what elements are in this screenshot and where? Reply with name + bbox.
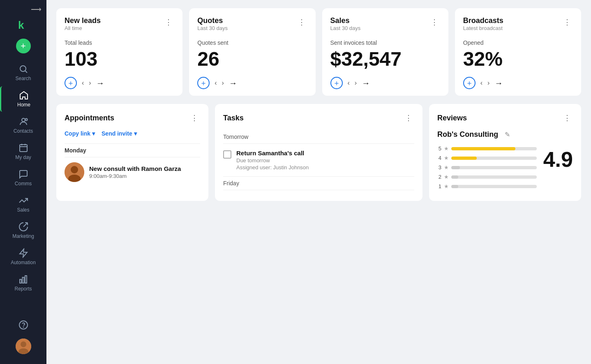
review-bar-fill-3: [451, 166, 460, 169]
review-star-icon-5: ★: [444, 145, 449, 152]
stat-sales-more-button[interactable]: ⋮: [429, 16, 440, 28]
copy-link-chevron-icon: ▾: [92, 130, 95, 137]
stat-broadcasts-prev-button[interactable]: ‹: [480, 79, 482, 87]
svg-rect-6: [20, 145, 27, 152]
sidebar-item-contacts[interactable]: Contacts: [0, 113, 46, 138]
sidebar-item-automation[interactable]: Automation: [0, 244, 46, 270]
svg-rect-11: [20, 279, 21, 283]
send-invite-button[interactable]: Send invite ▾: [102, 130, 137, 137]
stat-quotes-arrow-button[interactable]: →: [229, 78, 237, 88]
sidebar-item-home[interactable]: Home: [0, 86, 46, 112]
appointments-actions: Copy link ▾ Send invite ▾: [65, 130, 200, 137]
stat-quotes-prev-button[interactable]: ‹: [215, 79, 217, 87]
sidebar-nav: Search Home Contacts: [0, 60, 46, 320]
stat-sales-subtitle: Last 30 days: [330, 25, 361, 31]
review-big-score: 4.9: [543, 145, 573, 170]
review-row-5: 5 ★: [437, 145, 537, 152]
reviews-title: Reviews: [437, 114, 467, 122]
stat-leads-title: New leads: [65, 16, 101, 25]
copy-link-label: Copy link: [65, 130, 90, 137]
reviews-bars: 5 ★ 4 ★: [437, 145, 537, 193]
review-bar-bg-2: [451, 175, 537, 179]
stat-quotes-subtitle: Last 30 days: [197, 25, 228, 31]
appointments-more-button[interactable]: ⋮: [189, 112, 200, 124]
sidebar-item-myday[interactable]: My day: [0, 139, 46, 164]
sidebar-item-marketing[interactable]: Marketing: [0, 218, 46, 243]
review-star-num-5: 5: [437, 145, 441, 152]
svg-point-17: [21, 341, 26, 347]
svg-rect-13: [25, 276, 27, 283]
stat-broadcasts-metric-value: 32%: [463, 48, 573, 70]
task-assigned-0: Assigned user: Justin Johnson: [236, 164, 309, 170]
review-row-2: 2 ★: [437, 174, 537, 180]
reviews-panel: Reviews ⋮ Rob's Consulting ✎ 5 ★: [429, 104, 581, 201]
stat-leads-prev-button[interactable]: ‹: [82, 79, 84, 87]
appointment-name: New consult with Ramon Garza: [89, 165, 181, 172]
copy-link-button[interactable]: Copy link ▾: [65, 130, 95, 137]
appointments-panel: Appointments ⋮ Copy link ▾ Send invite ▾…: [56, 104, 208, 201]
stat-leads-add-button[interactable]: ＋: [65, 77, 77, 89]
help-button[interactable]: [18, 320, 28, 332]
task-checkbox-0[interactable]: [223, 150, 231, 159]
review-star-num-4: 4: [437, 155, 441, 161]
stat-leads-next-button[interactable]: ›: [89, 79, 91, 87]
stat-card-broadcasts: Broadcasts Latest broadcast ⋮ Opened 32%…: [455, 8, 581, 96]
svg-point-5: [25, 119, 27, 121]
review-star-icon-2: ★: [444, 174, 449, 180]
main-content: New leads All time ⋮ Total leads 103 ＋ ‹…: [46, 0, 591, 364]
stat-leads-more-button[interactable]: ⋮: [163, 16, 174, 28]
add-button[interactable]: +: [16, 39, 31, 53]
stat-quotes-next-button[interactable]: ›: [222, 79, 224, 87]
sidebar-item-search[interactable]: Search: [0, 60, 46, 85]
sidebar-item-sales[interactable]: Sales: [0, 191, 46, 217]
stat-leads-metric-label: Total leads: [65, 39, 174, 46]
svg-point-15: [23, 327, 23, 327]
reviews-more-button[interactable]: ⋮: [561, 112, 573, 124]
review-bar-bg-4: [451, 157, 537, 160]
stat-broadcasts-add-button[interactable]: ＋: [463, 77, 476, 89]
stat-broadcasts-metric-label: Opened: [463, 39, 573, 46]
task-item-0: Return Samantha's call Due tomorrow Assi…: [223, 144, 414, 177]
user-avatar[interactable]: [16, 339, 31, 354]
tasks-day-tomorrow: Tomorrow: [223, 130, 414, 144]
reviews-content: 5 ★ 4 ★: [437, 145, 573, 193]
sidebar-item-comms[interactable]: Comms: [0, 165, 46, 191]
tasks-day-friday: Friday: [223, 177, 414, 190]
stat-broadcasts-arrow-button[interactable]: →: [494, 78, 503, 88]
stat-sales-arrow-button[interactable]: →: [362, 78, 370, 88]
stat-broadcasts-subtitle: Latest broadcast: [463, 25, 503, 31]
review-bar-fill-4: [451, 157, 477, 160]
stat-broadcasts-next-button[interactable]: ›: [487, 79, 489, 87]
sidebar-collapse-button[interactable]: ⟶: [31, 5, 42, 14]
stat-sales-add-button[interactable]: ＋: [330, 77, 343, 89]
stat-sales-metric-value: $32,547: [330, 48, 440, 70]
sidebar-label-search: Search: [15, 76, 31, 81]
sidebar-label-myday: My day: [15, 154, 31, 160]
stat-card-leads: New leads All time ⋮ Total leads 103 ＋ ‹…: [56, 8, 182, 96]
bottom-row: Appointments ⋮ Copy link ▾ Send invite ▾…: [56, 104, 581, 201]
stat-sales-prev-button[interactable]: ‹: [348, 79, 350, 87]
tasks-panel: Tasks ⋮ Tomorrow Return Samantha's call …: [215, 104, 422, 201]
appointment-item[interactable]: New consult with Ramon Garza 9:00am-9:30…: [65, 157, 200, 187]
stat-sales-next-button[interactable]: ›: [355, 79, 357, 87]
sidebar-label-contacts: Contacts: [14, 128, 33, 134]
stat-quotes-more-button[interactable]: ⋮: [296, 16, 307, 28]
stat-card-sales: Sales Last 30 days ⋮ Sent invoices total…: [322, 8, 448, 96]
stat-quotes-metric-label: Quotes sent: [197, 39, 307, 46]
sidebar-item-reports[interactable]: Reports: [0, 270, 46, 296]
stat-quotes-add-button[interactable]: ＋: [197, 77, 210, 89]
review-edit-icon[interactable]: ✎: [505, 131, 510, 138]
review-star-icon-1: ★: [444, 183, 449, 189]
sidebar-label-home: Home: [17, 102, 30, 108]
send-invite-chevron-icon: ▾: [134, 130, 137, 137]
stat-leads-arrow-button[interactable]: →: [96, 78, 104, 88]
tasks-more-button[interactable]: ⋮: [403, 112, 414, 124]
stat-broadcasts-more-button[interactable]: ⋮: [561, 16, 573, 28]
stats-row: New leads All time ⋮ Total leads 103 ＋ ‹…: [56, 8, 581, 96]
review-bar-bg-3: [451, 166, 537, 169]
sidebar-label-comms: Comms: [15, 181, 32, 187]
sidebar-bottom: [16, 320, 31, 359]
stat-quotes-title: Quotes: [197, 16, 228, 25]
review-bar-bg-1: [451, 185, 537, 188]
svg-point-2: [20, 66, 26, 71]
